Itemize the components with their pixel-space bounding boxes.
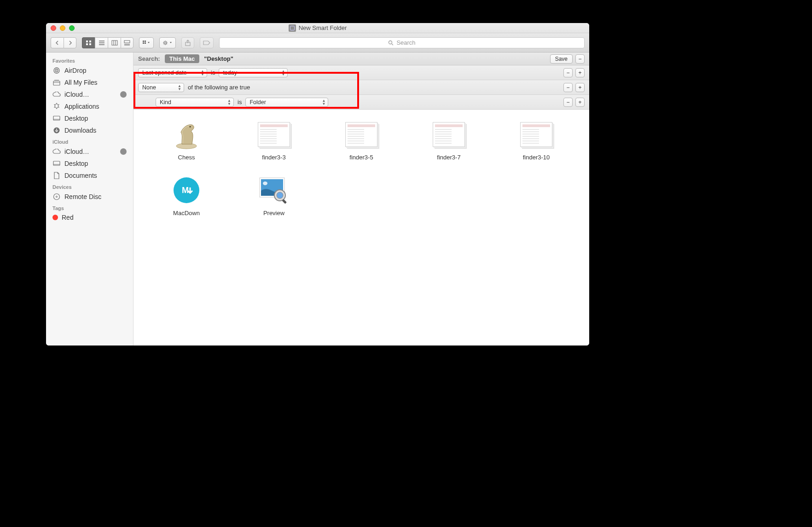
popup-value: Folder bbox=[249, 99, 266, 105]
scope-label: Search: bbox=[138, 55, 160, 62]
desktop-icon bbox=[52, 159, 61, 168]
file-item[interactable]: finder3-10 bbox=[497, 119, 575, 161]
sidebar-item-tag-red[interactable]: Red bbox=[46, 212, 133, 223]
stepper-arrows-icon: ▲▼ bbox=[201, 70, 204, 76]
sidebar-item-label: Desktop bbox=[64, 115, 88, 122]
airdrop-icon bbox=[52, 66, 61, 75]
criteria-row-1: Last opened date ▲▼ is today ▲▼ − + bbox=[133, 65, 589, 80]
file-item[interactable]: finder3-3 bbox=[235, 119, 313, 161]
tags-button[interactable] bbox=[200, 37, 214, 48]
file-item-macdown[interactable]: M MacDown bbox=[147, 175, 226, 217]
file-item[interactable]: finder3-5 bbox=[322, 119, 400, 161]
sidebar-item-label: iCloud… bbox=[64, 91, 89, 98]
svg-rect-9 bbox=[145, 42, 146, 44]
sidebar-item-airdrop[interactable]: AirDrop bbox=[46, 64, 133, 76]
sidebar-item-label: Remote Disc bbox=[64, 193, 101, 200]
disc-icon bbox=[52, 193, 61, 201]
svg-rect-17 bbox=[53, 81, 60, 85]
add-row-button[interactable]: + bbox=[575, 68, 585, 77]
downloads-icon bbox=[52, 126, 61, 135]
sidebar-item-label: Downloads bbox=[64, 127, 96, 134]
nav-buttons bbox=[51, 37, 76, 48]
smart-folder-icon bbox=[289, 24, 296, 32]
sidebar-item-iclouddrive2[interactable]: iCloud… bbox=[46, 146, 133, 158]
action-button[interactable] bbox=[159, 37, 176, 48]
back-button[interactable] bbox=[51, 37, 64, 48]
action-group bbox=[159, 37, 176, 48]
svg-point-29 bbox=[263, 182, 267, 185]
sidebar-section-icloud: iCloud bbox=[46, 136, 133, 146]
remove-row-button[interactable]: − bbox=[563, 68, 573, 77]
sidebar-item-label: iCloud… bbox=[64, 148, 89, 155]
remove-criteria-button[interactable]: − bbox=[575, 54, 585, 64]
svg-rect-2 bbox=[86, 43, 88, 45]
file-grid: Chess finder3-3 finder3-5 finder3-7 find… bbox=[133, 110, 589, 345]
svg-rect-6 bbox=[143, 41, 144, 42]
sidebar-item-label: Applications bbox=[64, 103, 99, 110]
search-scope-bar: Search: This Mac "Desktop" Save − bbox=[133, 53, 589, 65]
popup-value: None bbox=[142, 84, 156, 91]
svg-rect-4 bbox=[112, 41, 117, 45]
criteria-mode-popup[interactable]: None ▲▼ bbox=[138, 83, 184, 92]
share-button[interactable] bbox=[181, 37, 194, 48]
cloud-icon bbox=[52, 90, 61, 99]
scope-location[interactable]: "Desktop" bbox=[204, 55, 233, 62]
criteria-op: is bbox=[238, 99, 242, 105]
criteria-value-popup[interactable]: today ▲▼ bbox=[219, 68, 288, 77]
svg-text:M: M bbox=[182, 186, 189, 195]
file-item-preview[interactable]: Preview bbox=[235, 175, 313, 217]
forward-button[interactable] bbox=[64, 37, 76, 48]
titlebar: New Smart Folder bbox=[46, 23, 589, 33]
sidebar-item-allmyfiles[interactable]: All My Files bbox=[46, 76, 133, 88]
allmyfiles-icon bbox=[52, 78, 61, 87]
sidebar-item-iclouddrive[interactable]: iCloud… bbox=[46, 88, 133, 100]
popup-value: today bbox=[223, 70, 237, 76]
sidebar-item-remotedisc[interactable]: Remote Disc bbox=[46, 191, 133, 203]
criteria-row-3: Kind ▲▼ is Folder ▲▼ − + bbox=[133, 95, 589, 110]
column-view-button[interactable] bbox=[108, 37, 121, 48]
save-button[interactable]: Save bbox=[550, 54, 573, 64]
svg-rect-5 bbox=[124, 41, 130, 43]
criteria-value-popup[interactable]: Folder ▲▼ bbox=[245, 98, 328, 107]
cloud-icon bbox=[52, 147, 61, 156]
arrange-button[interactable] bbox=[139, 37, 154, 48]
view-buttons bbox=[82, 37, 133, 48]
search-icon bbox=[388, 40, 394, 46]
criteria-op: is bbox=[211, 69, 215, 76]
sidebar-item-documents[interactable]: Documents bbox=[46, 170, 133, 182]
sidebar-item-desktop[interactable]: Desktop bbox=[46, 112, 133, 124]
criteria-attribute-popup[interactable]: Kind ▲▼ bbox=[156, 98, 234, 107]
sidebar-section-tags: Tags bbox=[46, 203, 133, 212]
icon-view-button[interactable] bbox=[82, 37, 95, 48]
svg-point-11 bbox=[165, 42, 166, 43]
popup-value: Last opened date bbox=[142, 70, 187, 76]
file-item[interactable]: finder3-7 bbox=[410, 119, 488, 161]
stepper-arrows-icon: ▲▼ bbox=[281, 70, 285, 76]
criteria-text: of the following are true bbox=[188, 84, 250, 91]
search-placeholder: Search bbox=[396, 39, 415, 46]
file-label: MacDown bbox=[173, 210, 200, 217]
scope-this-mac[interactable]: This Mac bbox=[165, 54, 200, 63]
coverflow-view-button[interactable] bbox=[121, 37, 133, 48]
list-view-button[interactable] bbox=[95, 37, 108, 48]
add-row-button[interactable]: + bbox=[575, 83, 585, 92]
remove-row-button[interactable]: − bbox=[563, 83, 573, 92]
sidebar-item-downloads[interactable]: Downloads bbox=[46, 124, 133, 136]
svg-point-21 bbox=[54, 194, 60, 200]
sidebar-item-applications[interactable]: Applications bbox=[46, 100, 133, 112]
svg-point-13 bbox=[389, 41, 392, 44]
criteria-attribute-popup[interactable]: Last opened date ▲▼ bbox=[138, 68, 207, 77]
finder-window: New Smart Folder bbox=[46, 23, 589, 345]
sidebar-section-devices: Devices bbox=[46, 182, 133, 191]
progress-badge bbox=[120, 148, 127, 155]
search-field[interactable]: Search bbox=[219, 37, 585, 48]
file-label: finder3-5 bbox=[349, 154, 373, 161]
file-label: finder3-3 bbox=[262, 154, 285, 161]
applications-icon bbox=[52, 102, 61, 111]
stepper-arrows-icon: ▲▼ bbox=[178, 84, 181, 91]
file-thumbnail bbox=[432, 119, 465, 150]
remove-row-button[interactable]: − bbox=[563, 98, 573, 107]
add-row-button[interactable]: + bbox=[575, 98, 585, 107]
sidebar-item-desktop2[interactable]: Desktop bbox=[46, 158, 133, 170]
file-item-chess[interactable]: Chess bbox=[147, 119, 226, 161]
